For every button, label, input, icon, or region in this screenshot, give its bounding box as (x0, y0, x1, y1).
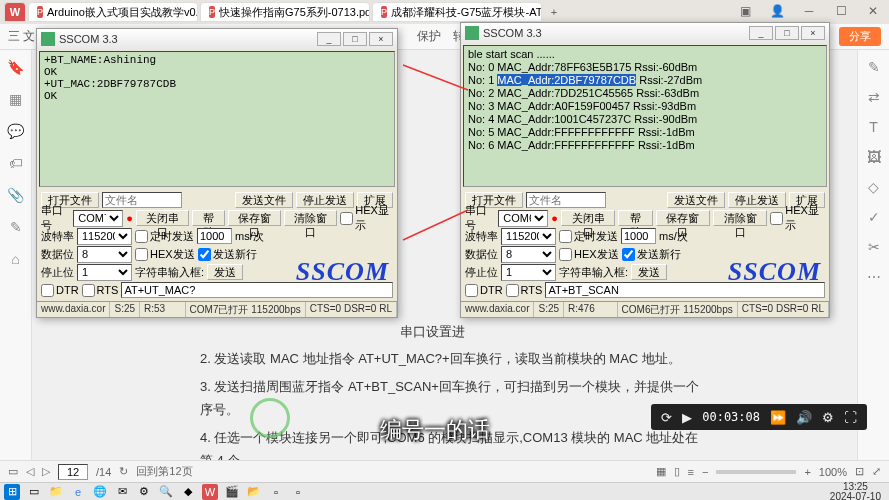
explorer-icon[interactable]: 📁 (48, 484, 64, 500)
image-icon[interactable]: 🖼 (865, 148, 883, 166)
expand-icon[interactable]: ⤢ (872, 465, 881, 478)
maximize-button[interactable]: □ (343, 32, 367, 46)
send-file-button[interactable]: 发送文件 (667, 192, 725, 208)
minimize-button[interactable]: _ (749, 26, 773, 40)
baud-select[interactable]: 115200 (501, 228, 556, 245)
zoom-slider[interactable] (716, 470, 796, 474)
task-view-icon[interactable]: ▭ (26, 484, 42, 500)
next-page-icon[interactable]: ▷ (42, 465, 50, 478)
hex-send-check[interactable]: HEX发送 (559, 247, 619, 262)
sscom2-terminal[interactable]: ble start scan ...... No: 0 MAC_Addr:78F… (463, 45, 827, 187)
rts-check[interactable]: RTS (506, 284, 543, 297)
hex-send-check[interactable]: HEX发送 (135, 247, 195, 262)
baud-select[interactable]: 115200 (77, 228, 132, 245)
browser-tab-home[interactable]: W (4, 2, 26, 22)
help-button[interactable]: 帮助 (618, 210, 652, 226)
sscom2-titlebar[interactable]: SSCOM 3.3 _ □ × (461, 23, 829, 43)
save-window-button[interactable]: 保存窗口 (656, 210, 710, 226)
sscom1-terminal[interactable]: +BT_NAME:Ashining OK +UT_MAC:2DBF79787CD… (39, 51, 395, 187)
menu-button[interactable]: 三 文 (8, 28, 35, 45)
folder-icon[interactable]: 📂 (246, 484, 262, 500)
timed-send-check[interactable]: 定时发送 (135, 229, 194, 244)
volume-icon[interactable]: 🔊 (796, 410, 812, 425)
maximize-button[interactable]: ☐ (829, 2, 853, 20)
sscom1-titlebar[interactable]: SSCOM 3.3 _ □ × (37, 29, 397, 49)
databits-select[interactable]: 8 (77, 246, 132, 263)
stopbits-select[interactable]: 1 (77, 264, 132, 281)
app-icon[interactable]: ◆ (180, 484, 196, 500)
send-button[interactable]: 发送 (631, 264, 667, 280)
loop-icon[interactable]: ⟳ (661, 410, 672, 425)
comment-icon[interactable]: 💬 (7, 122, 25, 140)
layout-icon[interactable]: ▦ (656, 465, 666, 478)
stopbits-select[interactable]: 1 (501, 264, 556, 281)
convert-icon[interactable]: ⇄ (865, 88, 883, 106)
save-window-button[interactable]: 保存窗口 (228, 210, 281, 226)
interval-input[interactable] (197, 228, 232, 244)
crop-icon[interactable]: ✂ (865, 238, 883, 256)
fit-icon[interactable]: ⊡ (855, 465, 864, 478)
interval-input[interactable] (621, 228, 656, 244)
close-button[interactable]: × (801, 26, 825, 40)
send-button[interactable]: 发送 (207, 264, 243, 280)
send-newline-check[interactable]: 发送新行 (622, 247, 681, 262)
filename-input[interactable] (102, 192, 182, 208)
port-select[interactable]: COM7 (73, 210, 123, 227)
speed-icon[interactable]: ⏩ (770, 410, 786, 425)
page-input[interactable] (58, 464, 88, 480)
text-icon[interactable]: T (865, 118, 883, 136)
app-icon[interactable]: ▫ (268, 484, 284, 500)
add-tab-button[interactable]: + (544, 6, 564, 18)
play-icon[interactable]: ▶ (682, 410, 692, 425)
search-icon[interactable]: 🔍 (158, 484, 174, 500)
zoom-in-icon[interactable]: + (804, 466, 810, 478)
close-button[interactable]: × (369, 32, 393, 46)
edit-icon[interactable]: ✎ (865, 58, 883, 76)
refresh-icon[interactable]: ↻ (119, 465, 128, 478)
signature-icon[interactable]: ✎ (7, 218, 25, 236)
prev-page-icon[interactable]: ◁ (26, 465, 34, 478)
zoom-out-icon[interactable]: − (702, 466, 708, 478)
more-icon[interactable]: ⋯ (865, 268, 883, 286)
wps-icon[interactable]: W (202, 484, 218, 500)
attachment-icon[interactable]: 📎 (7, 186, 25, 204)
hex-display-check[interactable]: HEX显示 (770, 203, 825, 233)
browser-tab-3[interactable]: P成都泽耀科技-G75蓝牙模块-AT指令... (372, 2, 542, 22)
close-port-button[interactable]: 关闭串口 (561, 210, 615, 226)
send-newline-check[interactable]: 发送新行 (198, 247, 257, 262)
send-file-button[interactable]: 发送文件 (235, 192, 293, 208)
start-button[interactable]: ⊞ (4, 484, 20, 500)
close-port-button[interactable]: 关闭串口 (136, 210, 189, 226)
clear-window-button[interactable]: 清除窗口 (713, 210, 767, 226)
user-icon[interactable]: 👤 (765, 2, 789, 20)
rts-check[interactable]: RTS (82, 284, 119, 297)
share-button[interactable]: 分享 (839, 27, 881, 46)
port-select[interactable]: COM6 (498, 210, 548, 227)
tag-icon[interactable]: 🏷 (7, 154, 25, 172)
system-clock[interactable]: 13:25 2024-07-10 (830, 482, 885, 501)
help-button[interactable]: 帮助 (192, 210, 225, 226)
chrome-icon[interactable]: 🌐 (92, 484, 108, 500)
bookmark-icon[interactable]: 🔖 (7, 58, 25, 76)
continuous-icon[interactable]: ≡ (688, 466, 694, 478)
video-editor-icon[interactable]: 🎬 (224, 484, 240, 500)
browser-tab-2[interactable]: P快速操作指南G75系列-0713.pdf (200, 2, 370, 22)
view-mode-icon[interactable]: ▭ (8, 465, 18, 478)
timed-send-check[interactable]: 定时发送 (559, 229, 618, 244)
home-icon[interactable]: ⌂ (7, 250, 25, 268)
shape-icon[interactable]: ◇ (865, 178, 883, 196)
settings-icon[interactable]: ⚙ (822, 410, 834, 425)
minimize-button[interactable]: ─ (797, 2, 821, 20)
filename-input[interactable] (526, 192, 606, 208)
fullscreen-icon[interactable]: ⛶ (844, 410, 857, 425)
app-icon[interactable]: ▫ (290, 484, 306, 500)
protect-button[interactable]: 保护 (417, 28, 441, 45)
hex-display-check[interactable]: HEX显示 (340, 203, 393, 233)
databits-select[interactable]: 8 (501, 246, 556, 263)
thumbnail-icon[interactable]: ▦ (7, 90, 25, 108)
edge-icon[interactable]: e (70, 484, 86, 500)
browser-tab-1[interactable]: PArduino嵌入式项目实战教学v0.5... (28, 2, 198, 22)
clear-window-button[interactable]: 清除窗口 (284, 210, 337, 226)
settings-icon[interactable]: ⚙ (136, 484, 152, 500)
single-page-icon[interactable]: ▯ (674, 465, 680, 478)
